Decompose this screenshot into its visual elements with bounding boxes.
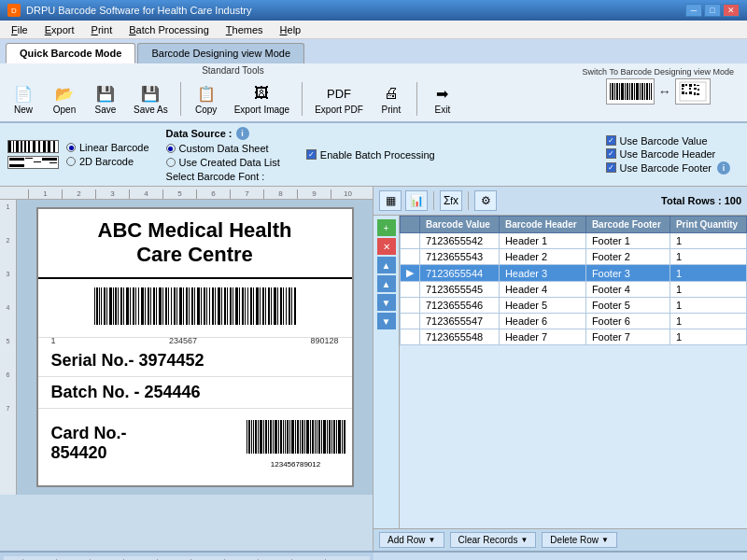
export-pdf-button[interactable]: PDF Export PDF [310,79,368,118]
print-button[interactable]: 🖨 Print [374,79,409,118]
svg-rect-93 [265,287,266,325]
row-selector-cell [401,233,420,249]
exit-button[interactable]: ➡ Exit [425,79,460,118]
svg-rect-68 [191,287,193,325]
delete-row-icon-btn[interactable]: ✕ [377,238,396,255]
ruler-v-3: 3 [7,271,10,304]
menu-print[interactable]: Print [84,22,120,37]
svg-rect-105 [247,420,247,454]
move-down-2-icon-btn[interactable]: ▼ [377,313,396,329]
menu-batch-processing[interactable]: Batch Processing [121,22,217,37]
svg-rect-114 [268,420,269,454]
tab-designing-view[interactable]: Barcode Designing view Mode [137,43,304,63]
svg-rect-16 [649,83,650,100]
menu-export[interactable]: Export [37,22,82,37]
table-icon-btn[interactable]: ▦ [379,190,402,211]
close-button[interactable]: ✕ [723,4,740,17]
svg-rect-23 [689,88,691,90]
formula-icon-btn[interactable]: Σfx [440,190,462,211]
batch-table: Barcode Value Barcode Header Barcode Foo… [400,216,747,345]
move-up-2-icon-btn[interactable]: ▲ [377,275,396,292]
menu-help[interactable]: Help [273,22,309,37]
save-as-button[interactable]: 💾 Save As [129,79,173,118]
use-barcode-footer-check[interactable]: ✓ [606,162,616,173]
barcode-footer-cell: Footer 3 [585,265,669,282]
linear-barcode-label: Linear Barcode [79,142,149,153]
table-row[interactable]: 7123655543 Header 2 Footer 2 1 [401,249,747,265]
svg-rect-100 [286,287,287,325]
table-row[interactable]: 7123655545 Header 4 Footer 4 1 [401,282,747,298]
toolbar-sep [433,191,434,210]
barcode-numbers: 1 234567 890128 [38,336,352,345]
open-button[interactable]: 📂 Open [47,79,82,118]
ruler-v-7: 7 [7,405,10,439]
data-source-section: Data Source : i Custom Data Sheet Use Cr… [166,127,280,182]
table-row[interactable]: 7123655542 Header 1 Footer 1 1 [401,233,747,249]
linear-barcode-radio[interactable] [66,143,76,152]
use-created-data-option[interactable]: Use Created Data List [166,157,280,168]
custom-data-sheet-radio[interactable] [166,144,176,153]
svg-rect-142 [336,420,337,454]
use-barcode-header-check[interactable]: ✓ [606,148,616,159]
print-quantity-cell: 1 [669,265,746,282]
barcode-footer-cell: Footer 2 [585,249,669,265]
action-col: + ✕ ▲ ▲ ▼ ▼ [374,216,400,528]
use-created-data-radio[interactable] [166,158,176,167]
bottom-section: 1 2 3 4 5 6 7 8 9 10 [0,551,747,560]
move-up-icon-btn[interactable]: ▲ [377,257,396,273]
use-barcode-header-option[interactable]: ✓ Use Barcode Header [606,148,730,160]
svg-rect-73 [206,287,207,325]
use-barcode-footer-option[interactable]: ✓ Use Barcode Footer i [606,161,730,175]
copy-button[interactable]: 📋 Copy [189,79,224,118]
data-source-label: Data Source : i [166,127,280,140]
svg-rect-25 [685,92,687,94]
enable-batch-checkbox[interactable]: ✓ Enable Batch Processing [306,149,435,161]
add-row-icon-btn[interactable]: + [377,219,396,236]
settings-icon-btn[interactable]: ⚙ [474,190,497,211]
svg-rect-9 [631,83,633,100]
use-barcode-value-option[interactable]: ✓ Use Barcode Value [606,135,730,147]
svg-rect-136 [321,420,322,454]
svg-rect-143 [338,420,341,454]
right-panel: ▦ 📊 Σfx ⚙ Total Rows : 100 + ✕ ▲ ▲ ▼ ▼ [374,187,747,551]
minimize-button[interactable]: ─ [685,4,702,17]
table-row[interactable]: 7123655548 Header 7 Footer 7 1 [401,329,747,345]
barcode-header-cell: Header 6 [499,314,585,329]
label-batch-no: Batch No. - 254446 [38,377,352,409]
menu-themes[interactable]: Themes [218,22,271,37]
app-title: DRPU Barcode Software for Health Care In… [26,5,252,16]
new-button[interactable]: 📄 New [6,79,41,118]
svg-rect-112 [263,420,264,454]
barcode-footer-info-icon[interactable]: i [717,161,730,175]
move-down-icon-btn[interactable]: ▼ [377,294,396,311]
save-button[interactable]: 💾 Save [88,79,123,118]
clear-records-button[interactable]: Clear Records ▼ [450,532,537,548]
delete-row-button[interactable]: Delete Row ▼ [542,532,617,548]
linear-barcode-option[interactable]: Linear Barcode [66,142,149,153]
table-icon-btn-2[interactable]: 📊 [405,190,428,211]
label-card-no: Card No.- 854420 [38,414,240,472]
use-barcode-value-check[interactable]: ✓ [606,135,616,146]
data-source-info-icon[interactable]: i [236,127,249,140]
2d-barcode-option[interactable]: 2D Barcode [66,156,149,167]
menu-file[interactable]: File [4,22,35,37]
svg-rect-120 [283,420,284,454]
table-row[interactable]: 7123655546 Header 5 Footer 5 1 [401,298,747,314]
table-row[interactable]: ▶ 7123655544 Header 3 Footer 3 1 [401,265,747,282]
svg-rect-135 [318,420,320,454]
add-row-button[interactable]: Add Row ▼ [379,532,444,548]
svg-rect-121 [285,420,286,454]
tab-quick-barcode[interactable]: Quick Barcode Mode [6,43,135,63]
svg-rect-17 [651,83,652,100]
toolbar: 📄 New 📂 Open 💾 Save 💾 Save As 📋 [6,77,460,119]
toolbar-separator-3 [416,82,417,116]
2d-barcode-radio[interactable] [66,157,76,166]
table-row[interactable]: 7123655547 Header 6 Footer 6 1 [401,314,747,329]
svg-rect-72 [204,287,205,325]
export-image-button[interactable]: 🖼 Export Image [230,79,294,118]
custom-data-sheet-option[interactable]: Custom Data Sheet [166,143,280,154]
svg-rect-81 [230,287,232,325]
enable-batch-check[interactable]: ✓ [306,149,317,160]
barcode-header-cell: Header 4 [499,282,585,298]
maximize-button[interactable]: □ [704,4,721,17]
